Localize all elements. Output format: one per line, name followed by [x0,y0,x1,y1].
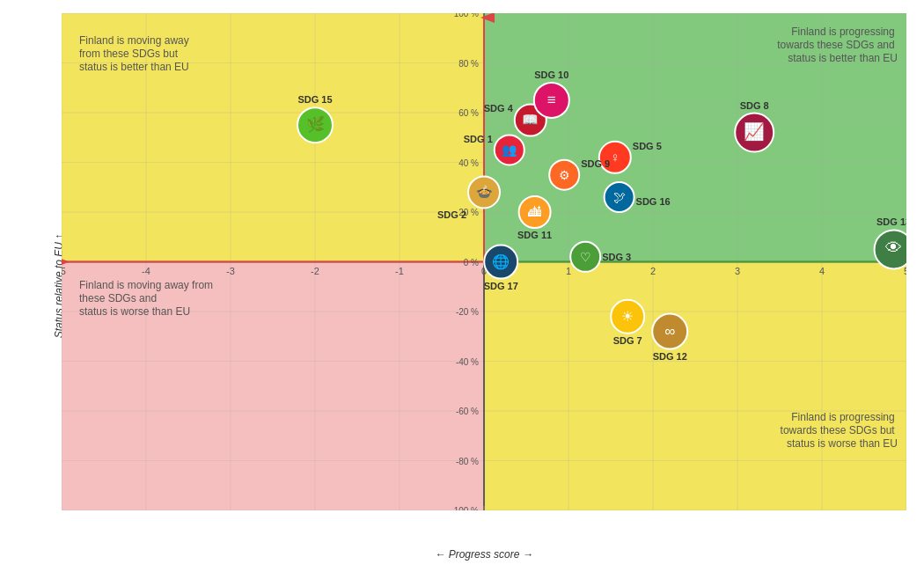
svg-text:🌐: 🌐 [492,253,510,270]
svg-text:SDG 11: SDG 11 [517,230,552,240]
svg-text:👁: 👁 [885,238,902,257]
svg-text:Finland is progressing
  towar: Finland is progressing towards these SDG… [781,411,898,450]
svg-text:3: 3 [735,266,740,276]
svg-text:-5: -5 [62,266,66,276]
svg-text:100 %: 100 % [454,13,479,18]
svg-text:-20 %: -20 % [456,307,479,317]
svg-text:SDG 2: SDG 2 [437,209,466,220]
svg-text:SDG 5: SDG 5 [633,141,662,151]
svg-text:🏙: 🏙 [528,204,541,219]
svg-text:Finland is progressing
  towar: Finland is progressing towards these SDG… [777,26,898,64]
svg-text:SDG 1: SDG 1 [464,134,493,144]
svg-text:0 %: 0 % [464,258,479,268]
svg-text:📈: 📈 [744,121,765,142]
svg-text:-1: -1 [395,266,404,276]
svg-rect-3 [484,262,906,511]
svg-text:SDG 16: SDG 16 [636,196,671,207]
svg-text:SDG 13: SDG 13 [876,216,906,227]
svg-text:-40 %: -40 % [456,357,479,367]
svg-text:SDG 7: SDG 7 [613,335,642,346]
svg-text:∞: ∞ [664,323,675,340]
svg-text:♀: ♀ [610,150,620,165]
svg-text:-2: -2 [311,266,319,276]
svg-text:SDG 15: SDG 15 [297,94,332,105]
svg-text:SDG 3: SDG 3 [602,252,631,262]
svg-text:-60 %: -60 % [456,407,479,416]
svg-text:🍲: 🍲 [476,184,493,200]
svg-text:SDG 8: SDG 8 [740,100,769,111]
svg-text:5: 5 [904,266,906,276]
svg-text:40 %: 40 % [458,158,479,168]
svg-text:SDG 12: SDG 12 [653,351,687,362]
svg-text:-4: -4 [142,266,150,276]
svg-text:♡: ♡ [580,250,591,264]
svg-text:📖: 📖 [522,112,539,128]
svg-text:SDG 4: SDG 4 [484,103,514,114]
svg-text:SDG 9: SDG 9 [581,158,610,169]
svg-text:SDG 17: SDG 17 [484,281,518,291]
svg-text:≡: ≡ [547,92,556,108]
svg-text:1: 1 [566,266,571,276]
svg-text:🌿: 🌿 [306,115,326,134]
chart-svg: -5-4-3-2-1012345-100 %-80 %-60 %-40 %-20… [62,13,906,510]
svg-text:🕊: 🕊 [613,190,626,204]
svg-text:-100 %: -100 % [451,506,479,510]
x-axis-label: ← Progress score → [62,546,906,561]
svg-text:SDG 10: SDG 10 [534,70,568,80]
svg-text:-3: -3 [226,266,235,276]
svg-text:2: 2 [650,266,656,276]
chart-area: -5-4-3-2-1012345-100 %-80 %-60 %-40 %-20… [62,13,906,510]
svg-text:4: 4 [819,266,825,276]
svg-text:80 %: 80 % [458,59,479,69]
svg-text:Finland is moving away
  from : Finland is moving away from these SDGs b… [79,34,192,73]
svg-text:60 %: 60 % [458,108,479,118]
svg-text:-80 %: -80 % [456,457,479,466]
chart-container: Status relative to EU ↑ -5-4-3-2-1012345… [0,0,924,572]
svg-text:⚙: ⚙ [559,168,570,182]
svg-text:☀: ☀ [621,309,634,324]
svg-text:👥: 👥 [502,143,517,158]
